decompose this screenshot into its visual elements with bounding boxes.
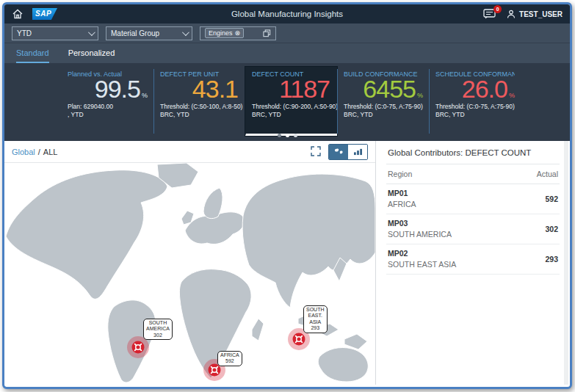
fullscreen-expand-icon[interactable] <box>311 146 322 158</box>
icon-tab-bar: Standard Personalized <box>4 43 570 63</box>
column-actual: Actual <box>537 170 558 178</box>
row-code: MP03 <box>388 219 452 228</box>
table-row[interactable]: MP01 AFRICA 592 <box>386 184 560 214</box>
marker-pin-icon <box>131 341 144 353</box>
token-remove-icon[interactable]: ⊗ <box>235 29 241 37</box>
kpi-unit: % <box>142 92 148 99</box>
map-panel: Global / ALL <box>4 141 376 385</box>
kpi-carousel: Planned vs. Actual 99.5% Plan: 629040.00… <box>4 63 570 141</box>
continent-australia <box>318 347 368 382</box>
kpi-tile-defect-per-unit[interactable]: DEFECT PER UNIT 43.1 Threshold: (C:50-10… <box>153 69 245 134</box>
breadcrumb-global-link[interactable]: Global <box>12 148 35 156</box>
filter-token: Engines ⊗ <box>205 28 244 38</box>
region-new-guinea <box>344 334 367 349</box>
value-help-icon[interactable] <box>263 29 271 37</box>
notification-badge: 0 <box>493 5 502 13</box>
row-actual: 293 <box>545 255 558 264</box>
kpi-value: 43.1 <box>192 76 238 103</box>
marker-pin-icon <box>292 333 305 346</box>
kpi-value: 99.5 <box>95 76 140 103</box>
kpi-unit: % <box>509 92 515 99</box>
chevron-down-icon <box>88 29 95 36</box>
carousel-pagination <box>4 134 570 137</box>
row-region: SOUTH EAST ASIA <box>388 260 456 269</box>
contributors-table-header: Region Actual <box>386 164 560 184</box>
continent-asia <box>242 174 375 308</box>
carousel-dot[interactable] <box>294 134 297 137</box>
chevron-down-icon <box>182 29 189 36</box>
row-code: MP01 <box>388 189 416 197</box>
table-row[interactable]: MP02 SOUTH EAST ASIA 293 <box>386 244 560 275</box>
view-switch <box>328 144 368 160</box>
period-select[interactable]: YTD <box>12 26 98 40</box>
row-code: MP02 <box>388 249 456 258</box>
row-actual: 592 <box>545 195 558 203</box>
user-name: TEST_USER <box>519 10 563 18</box>
region-madagascar <box>252 319 264 341</box>
map-view-button[interactable] <box>329 145 348 159</box>
period-value: YTD <box>17 29 32 37</box>
map-label-south-america: SOUTH AMERICA 302 <box>143 319 173 340</box>
main-content: Global / ALL <box>4 141 570 385</box>
row-region: SOUTH AMERICA <box>388 230 452 239</box>
kpi-tile-defect-count[interactable]: DEFECT COUNT 1187 Threshold: (C:90-200, … <box>245 67 337 136</box>
world-map-continents <box>4 163 375 385</box>
tab-personalized[interactable]: Personalized <box>68 43 115 63</box>
carousel-dot[interactable] <box>286 134 289 137</box>
person-icon <box>507 10 516 18</box>
tab-standard[interactable]: Standard <box>16 43 49 63</box>
kpi-value: 26.0 <box>462 76 507 103</box>
kpi-unit: % <box>417 92 423 99</box>
user-menu[interactable]: TEST_USER <box>507 10 563 18</box>
row-region: AFRICA <box>388 200 416 208</box>
row-actual: 302 <box>545 225 558 233</box>
material-filter-input[interactable]: Engines ⊗ <box>200 26 276 40</box>
map-header: Global / ALL <box>4 141 375 163</box>
filter-bar: YTD Material Group Engines ⊗ <box>4 23 570 43</box>
map-icon <box>333 148 344 156</box>
top-bar: SAP Global Manufacturing Insights 0 TEST… <box>4 4 570 23</box>
breadcrumb-current: ALL <box>43 148 58 156</box>
world-map[interactable]: SOUTH AMERICA 302 AFRICA 592 SOUTH EAST.… <box>4 163 375 385</box>
map-label-south-east-asia: SOUTH EAST. ASIA 293 <box>303 305 328 333</box>
column-region: Region <box>388 170 412 178</box>
table-row[interactable]: MP03 SOUTH AMERICA 302 <box>386 214 560 244</box>
continent-north-america <box>6 170 167 300</box>
kpi-tile-planned-vs-actual[interactable]: Planned vs. Actual 99.5% Plan: 629040.00… <box>62 69 153 134</box>
kpi-value: 1187 <box>279 76 330 103</box>
breadcrumb-separator: / <box>38 148 40 156</box>
map-label-africa: AFRICA 592 <box>217 351 242 366</box>
notifications-button[interactable]: 0 <box>483 9 496 19</box>
bar-chart-icon <box>352 148 364 156</box>
token-label: Engines <box>209 29 233 37</box>
dimension-select[interactable]: Material Group <box>106 26 192 40</box>
scrollbar[interactable] <box>564 141 568 385</box>
kpi-tile-schedule-conformance[interactable]: SCHEDULE CONFORMANCE 26.0% Threshold: (C… <box>429 69 521 134</box>
contributors-panel: Global Contributors: DEFECT COUNT Region… <box>376 141 570 385</box>
app-window: SAP Global Manufacturing Insights 0 TEST… <box>2 2 572 389</box>
chart-view-button[interactable] <box>348 145 367 159</box>
contributors-title: Global Contributors: DEFECT COUNT <box>386 141 560 164</box>
carousel-dot[interactable] <box>278 134 281 137</box>
dimension-value: Material Group <box>111 29 159 37</box>
kpi-value: 6455 <box>363 76 416 103</box>
kpi-tile-build-conformance[interactable]: BUILD CONFORMANCE 6455% Threshold: (C:0-… <box>337 69 429 134</box>
